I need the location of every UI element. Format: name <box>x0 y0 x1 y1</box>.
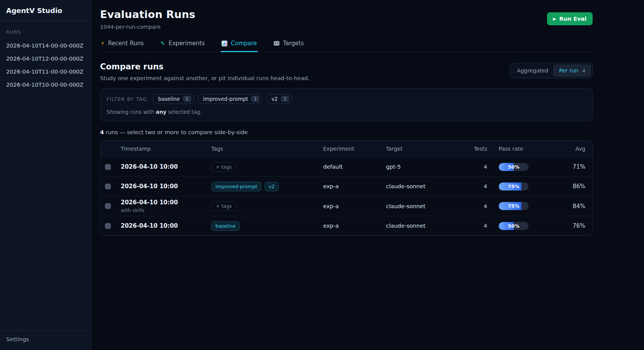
run-experiment: exp-a <box>323 203 386 209</box>
toggle-per-run[interactable]: Per run 4 <box>554 65 591 76</box>
filter-by-tag-label: FILTER BY TAG <box>107 96 147 102</box>
pass-rate-label: 75% <box>499 182 529 191</box>
col-tags: Tags <box>211 146 323 152</box>
sidebar-run-list: 2026-04-10T14-00-00-000Z2026-04-10T12-00… <box>6 43 85 88</box>
table-body: 2026-04-10 10:00+ tagsdefaultgpt-5450%71… <box>100 157 592 235</box>
run-tests: 4 <box>456 164 487 170</box>
play-icon: ▶ <box>553 17 556 21</box>
run-tags: baseline <box>211 221 323 231</box>
table-row[interactable]: 2026-04-10 10:00+ tagsdefaultgpt-5450%71… <box>100 157 592 176</box>
row-checkbox[interactable] <box>105 223 111 229</box>
pass-rate-label: 50% <box>499 163 529 171</box>
pass-rate-pill: 75% <box>499 202 529 210</box>
run-timestamp: 2026-04-10 10:00 <box>121 183 211 190</box>
run-tag-v2: v2 <box>264 182 279 191</box>
filter-note-prefix: Showing runs with <box>107 109 156 115</box>
table-header: Timestamp Tags Experiment Target Tests P… <box>100 141 592 157</box>
filter-tag-count-badge: 1 <box>251 96 260 102</box>
bar-chart-icon <box>222 41 227 46</box>
col-pass-rate: Pass rate <box>487 146 549 152</box>
run-tags: improved-promptv2 <box>211 182 323 191</box>
page-title: Evaluation Runs <box>100 8 196 20</box>
sidebar: AgentV Studio RUNS 2026-04-10T14-00-00-0… <box>0 0 91 350</box>
run-target: gpt-5 <box>386 164 456 170</box>
col-avg: Avg <box>549 146 592 152</box>
runs-summary-text: runs — select two or more to compare sid… <box>104 129 248 135</box>
run-timestamp: 2026-04-10 10:00 <box>121 222 211 229</box>
pass-rate-label: 50% <box>499 222 529 230</box>
tab-recent-runs[interactable]: ⚡Recent Runs <box>100 40 145 52</box>
run-tags: + tags <box>211 162 323 172</box>
run-timestamp: 2026-04-10 10:00 <box>121 199 211 206</box>
sidebar-item-run[interactable]: 2026-04-10T10-00-00-000Z <box>6 82 85 88</box>
per-run-count-badge: 4 <box>582 68 585 74</box>
run-avg: 86% <box>549 183 592 190</box>
run-avg: 84% <box>549 203 592 210</box>
filter-tag-list: baseline1improved-prompt1v21 <box>153 94 292 104</box>
run-timestamp: 2026-04-10 10:00 <box>121 163 211 170</box>
filter-tag-baseline[interactable]: baseline1 <box>153 94 194 104</box>
run-tests: 4 <box>456 183 487 189</box>
table-row[interactable]: 2026-04-10 10:00with-skills+ tagsexp-acl… <box>100 196 592 216</box>
run-tag-baseline: baseline <box>211 221 240 231</box>
runs-count: 4 <box>100 129 104 135</box>
filter-tag-label: improved-prompt <box>203 96 248 102</box>
compare-runs-heading: Compare runs <box>100 62 310 71</box>
run-experiment: exp-a <box>323 183 386 189</box>
filter-tag-improved-prompt[interactable]: improved-prompt1 <box>198 94 263 104</box>
run-avg: 76% <box>549 222 592 229</box>
row-checkbox[interactable] <box>105 203 111 209</box>
run-eval-button[interactable]: ▶ Run Eval <box>547 12 593 25</box>
app-title: AgentV Studio <box>0 0 91 21</box>
filter-by-tag-panel: FILTER BY TAG baseline1improved-prompt1v… <box>100 88 593 121</box>
add-tags-button[interactable]: + tags <box>211 201 236 211</box>
col-tests: Tests <box>456 146 487 152</box>
run-variant-label: with-skills <box>121 207 211 213</box>
tab-label: Compare <box>231 40 257 47</box>
row-checkbox[interactable] <box>105 184 111 189</box>
pass-rate-pill: 50% <box>499 163 529 171</box>
tab-label: Experiments <box>169 40 205 47</box>
filter-tag-label: baseline <box>158 96 180 102</box>
pass-rate-pill: 50% <box>499 222 529 230</box>
filter-tag-label: v2 <box>271 96 278 102</box>
pass-rate-pill: 75% <box>499 182 529 191</box>
sidebar-item-run[interactable]: 2026-04-10T12-00-00-000Z <box>6 56 85 62</box>
tabs: ⚡Recent Runs✎ExperimentsCompareTargets <box>100 40 593 52</box>
filter-tag-count-badge: 1 <box>183 96 191 102</box>
sidebar-runs-label: RUNS <box>6 30 85 35</box>
sidebar-item-run[interactable]: 2026-04-10T14-00-00-000Z <box>6 43 85 49</box>
tab-compare[interactable]: Compare <box>221 40 258 52</box>
filter-note-emphasis: any <box>156 109 167 115</box>
col-target: Target <box>386 146 456 152</box>
filter-tag-v2[interactable]: v21 <box>266 94 292 104</box>
add-tags-button[interactable]: + tags <box>211 162 236 172</box>
run-target: claude-sonnet <box>386 203 456 209</box>
runner-icon: ⚡ <box>101 41 105 46</box>
sidebar-item-settings[interactable]: Settings <box>0 330 91 350</box>
toggle-aggregated[interactable]: Aggregated <box>512 65 554 76</box>
col-timestamp: Timestamp <box>121 146 211 152</box>
sidebar-item-run[interactable]: 2026-04-10T11-00-00-000Z <box>6 69 85 75</box>
robot-icon <box>274 41 279 46</box>
toggle-per-run-label: Per run <box>559 67 578 74</box>
runs-table: Timestamp Tags Experiment Target Tests P… <box>100 140 593 236</box>
compare-runs-description: Study one experiment against another, or… <box>100 75 310 81</box>
test-tube-icon: ✎ <box>161 41 165 46</box>
run-experiment: default <box>323 164 386 170</box>
filter-note-suffix: selected tag. <box>166 109 202 115</box>
run-eval-label: Run Eval <box>559 16 586 22</box>
page-subtitle: 1044-per-run-compare <box>100 24 196 30</box>
view-mode-toggle: Aggregated Per run 4 <box>510 63 593 78</box>
run-tags: + tags <box>211 201 323 211</box>
run-avg: 71% <box>549 163 592 170</box>
tab-experiments[interactable]: ✎Experiments <box>160 40 205 52</box>
table-row[interactable]: 2026-04-10 10:00improved-promptv2exp-acl… <box>100 176 592 196</box>
filter-note: Showing runs with any selected tag. <box>107 109 586 115</box>
row-checkbox[interactable] <box>105 164 111 170</box>
run-tests: 4 <box>456 203 487 209</box>
run-tag-improved-prompt: improved-prompt <box>211 182 261 191</box>
tab-targets[interactable]: Targets <box>273 40 304 52</box>
table-row[interactable]: 2026-04-10 10:00baselineexp-aclaude-sonn… <box>100 216 592 235</box>
runs-summary: 4 runs — select two or more to compare s… <box>100 129 593 135</box>
